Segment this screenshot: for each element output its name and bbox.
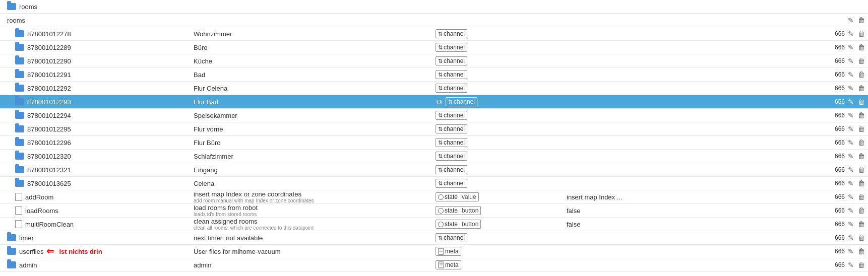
row-type-cell: meta: [436, 247, 567, 256]
table-row[interactable]: 878001012293Flur Bad⧉⇅channel666✎🗑: [0, 95, 868, 109]
delete-button[interactable]: 🗑: [857, 43, 866, 51]
table-row[interactable]: 878001012294Speisekammer⇅channel666✎🗑: [0, 109, 868, 122]
table-row[interactable]: 878001012290Küche⇅channel666✎🗑: [0, 54, 868, 68]
edit-button[interactable]: ✎: [847, 43, 855, 51]
row-name-label: multiRoomClean: [25, 221, 74, 228]
row-name-label: 878001012290: [27, 57, 71, 65]
delete-button[interactable]: 🗑: [857, 111, 866, 119]
delete-button[interactable]: 🗑: [857, 84, 866, 92]
scrollbar[interactable]: [860, 0, 866, 13]
table-row[interactable]: 878001012291Bad⇅channel666✎🗑: [0, 68, 868, 82]
row-name-cell: 878001012289: [2, 44, 194, 51]
row-name-cell: addRoom: [2, 193, 194, 201]
delete-button[interactable]: 🗑: [857, 166, 866, 174]
edit-button[interactable]: ✎: [847, 193, 855, 201]
delete-button[interactable]: 🗑: [857, 71, 866, 79]
folder-icon: [15, 71, 24, 78]
warning-text: ist nichts drin: [59, 248, 102, 255]
edit-button[interactable]: ✎: [847, 71, 855, 79]
delete-button[interactable]: 🗑: [857, 57, 866, 65]
table-row[interactable]: 878001012289Büro⇅channel666✎🗑: [0, 41, 868, 54]
table-row[interactable]: multiRoomCleanclean assigned roomsclean …: [0, 218, 868, 231]
delete-button[interactable]: 🗑: [857, 193, 866, 201]
channel-label: channel: [444, 125, 465, 132]
row-description-main: Flur Celena: [194, 85, 227, 92]
edit-button[interactable]: ✎: [847, 206, 855, 215]
edit-button[interactable]: ✎: [847, 57, 855, 65]
delete-button[interactable]: 🗑: [857, 261, 866, 269]
row-actions-cell: 666✎🗑: [821, 125, 866, 133]
table-row[interactable]: 878001012295Flur vorne⇅channel666✎🗑: [0, 122, 868, 136]
row-type-cell: statevalue: [436, 192, 567, 201]
table-row[interactable]: userfiles⇐ist nichts drinUser files for …: [0, 245, 868, 258]
row-description-main: Eingang: [194, 166, 218, 174]
edit-button[interactable]: ✎: [847, 166, 855, 174]
row-number-badge: 666: [830, 139, 845, 146]
folder-icon: [15, 166, 24, 173]
channel-icon: ⇅: [438, 235, 443, 241]
table-row[interactable]: 878001012321Eingang⇅channel666✎🗑: [0, 163, 868, 177]
delete-button[interactable]: 🗑: [857, 206, 866, 215]
rooms-folder-name[interactable]: rooms: [2, 3, 194, 11]
copy-button[interactable]: ⧉: [436, 98, 443, 106]
row-type-cell: ⇅channel: [436, 124, 567, 133]
table-row[interactable]: 878001013625Celena⇅channel666✎🗑: [0, 177, 868, 190]
table-row[interactable]: rooms✎🗑: [0, 14, 868, 27]
edit-button[interactable]: ✎: [847, 261, 855, 269]
delete-button[interactable]: 🗑: [857, 98, 866, 106]
edit-button[interactable]: ✎: [847, 125, 855, 133]
channel-icon: ⇅: [438, 126, 443, 132]
delete-button[interactable]: 🗑: [857, 234, 866, 242]
delete-button[interactable]: 🗑: [857, 220, 866, 228]
edit-button[interactable]: ✎: [847, 16, 855, 24]
row-type-cell: meta: [436, 260, 567, 269]
delete-button[interactable]: 🗑: [857, 125, 866, 133]
table-row[interactable]: 878001012296Flur Büro⇅channel666✎🗑: [0, 136, 868, 150]
type-state-badge: statebutton: [436, 220, 481, 229]
delete-button[interactable]: 🗑: [857, 30, 866, 38]
row-name-label: timer: [19, 234, 34, 242]
edit-button[interactable]: ✎: [847, 220, 855, 228]
table-row[interactable]: 878001012320Schlafzimmer⇅channel666✎🗑: [0, 150, 868, 163]
edit-button[interactable]: ✎: [847, 139, 855, 147]
edit-button[interactable]: ✎: [847, 234, 855, 242]
state-type-sub: button: [462, 207, 478, 214]
row-description-main: load rooms from robot: [194, 204, 258, 212]
edit-button[interactable]: ✎: [847, 152, 855, 160]
type-channel-badge: ⇅channel: [436, 70, 467, 79]
table-row[interactable]: adminadmin meta666✎🗑: [0, 258, 868, 272]
meta-badge-icon: [438, 248, 444, 255]
edit-button[interactable]: ✎: [847, 111, 855, 119]
folder-icon: [15, 98, 24, 105]
table-row[interactable]: loadRoomsload rooms from robotloads id's…: [0, 204, 868, 218]
table-row[interactable]: timernext timer: not available⇅channel66…: [0, 231, 868, 245]
channel-icon: ⇅: [438, 31, 443, 37]
edit-button[interactable]: ✎: [847, 247, 855, 255]
edit-button[interactable]: ✎: [847, 98, 855, 106]
row-description-main: Büro: [194, 44, 207, 51]
row-description-cell: Flur vorne: [194, 125, 436, 133]
edit-button[interactable]: ✎: [847, 30, 855, 38]
delete-button[interactable]: 🗑: [857, 179, 866, 187]
edit-button[interactable]: ✎: [847, 179, 855, 187]
delete-button[interactable]: 🗑: [857, 152, 866, 160]
row-number-badge: 666: [830, 261, 845, 268]
table-row[interactable]: 878001012292Flur Celena⇅channel666✎🗑: [0, 82, 868, 95]
type-channel-badge: ⇅channel: [436, 138, 467, 147]
table-row[interactable]: addRoominsert map Index or zone coordina…: [0, 190, 868, 204]
row-name-label: addRoom: [25, 193, 53, 201]
delete-button[interactable]: 🗑: [857, 16, 866, 24]
edit-button[interactable]: ✎: [847, 84, 855, 92]
channel-icon: ⇅: [448, 99, 453, 105]
row-description-main: admin: [194, 261, 211, 269]
row-name-cell: rooms: [2, 17, 194, 24]
row-number-badge: 666: [830, 166, 845, 173]
channel-label: channel: [444, 166, 465, 173]
delete-button[interactable]: 🗑: [857, 139, 866, 147]
row-name-cell: 878001012290: [2, 57, 194, 65]
row-description-cell: Büro: [194, 44, 436, 51]
row-name-label: 878001012320: [27, 153, 71, 160]
meta-badge-icon: [438, 261, 444, 268]
delete-button[interactable]: 🗑: [857, 247, 866, 255]
table-row[interactable]: 878001012278Wohnzimmer⇅channel666✎🗑: [0, 27, 868, 41]
